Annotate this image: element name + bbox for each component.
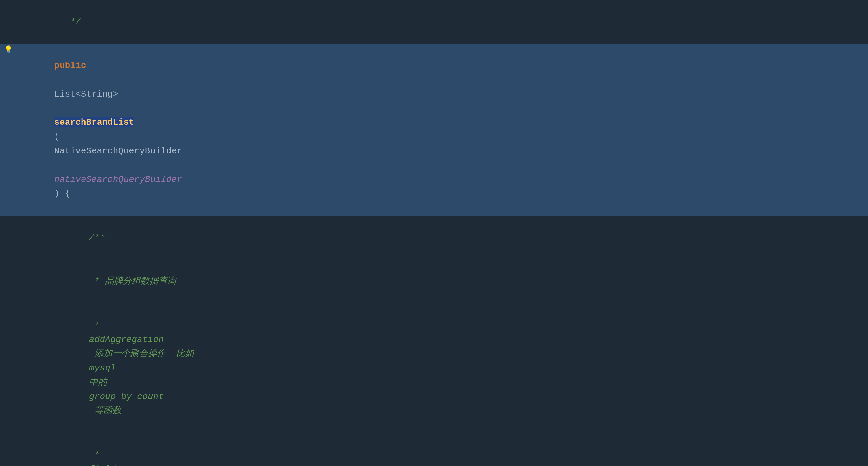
line-comment-brand: * 品牌分组数据查询	[0, 260, 868, 303]
line-code: /**	[19, 216, 868, 259]
line-comment-field: * field 表示根据哪个域进行分组 es分类名称 categoryName	[0, 433, 868, 466]
line-close-comment: */	[0, 0, 868, 44]
code-editor: */ 💡 public List<String> searchBrandList…	[0, 0, 868, 466]
line-method-signature: 💡 public List<String> searchBrandList ( …	[0, 44, 868, 216]
line-code: */	[19, 1, 868, 43]
line-code: public List<String> searchBrandList ( Na…	[19, 45, 868, 215]
line-comment-addagg: * addAggregation 添加一个聚合操作 比如 mysql 中的 gr…	[0, 304, 868, 433]
line-javadoc-open: /**	[0, 216, 868, 260]
line-code: * addAggregation 添加一个聚合操作 比如 mysql 中的 gr…	[19, 304, 868, 432]
line-number: 💡	[6, 45, 19, 56]
line-code: * field 表示根据哪个域进行分组 es分类名称 categoryName	[19, 434, 868, 466]
line-code: * 品牌分组数据查询	[19, 260, 868, 303]
